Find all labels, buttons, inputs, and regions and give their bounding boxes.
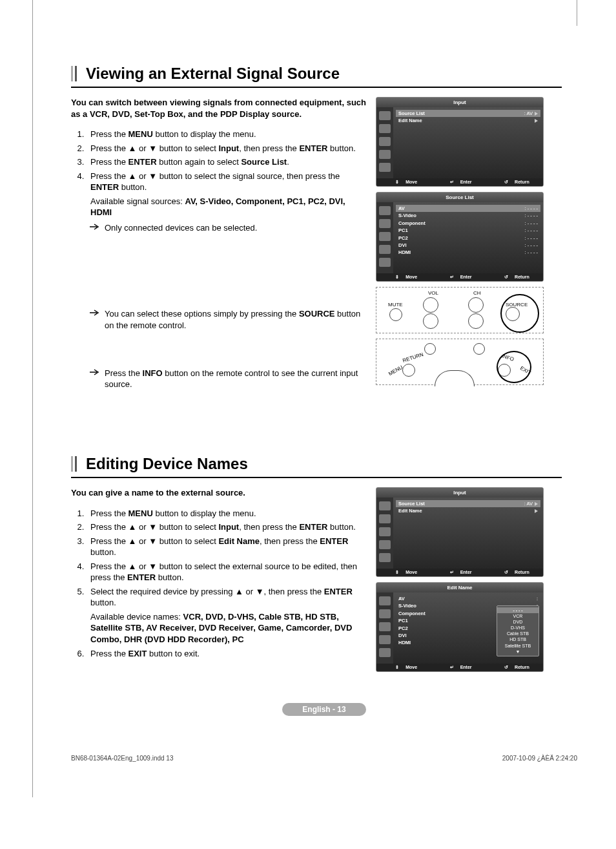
step: Press the MENU button to display the men… [87, 129, 368, 140]
footer-date: 2007-10-09 ¿ÀÈÄ 2:24:20 [502, 755, 577, 762]
title-ornament [71, 455, 77, 472]
section-divider [71, 87, 562, 88]
footer-file: BN68-01364A-02Eng_1009.indd 13 [71, 755, 173, 762]
section-title: Viewing an External Signal Source [86, 65, 340, 83]
note-arrow-icon [89, 223, 101, 231]
osd-input-menu: Input Source List: AV Edit Name ⇕ Move↵ … [376, 97, 544, 187]
note-arrow-icon [89, 309, 101, 317]
print-footer: BN68-01364A-02Eng_1009.indd 13 2007-10-0… [71, 755, 577, 762]
step: Press the ▲ or ▼ button to select the ex… [87, 561, 368, 583]
step: Select the required device by pressing ▲… [87, 586, 368, 645]
note-text: Press the INFO button on the remote cont… [105, 368, 368, 390]
step: Press the EXIT button to exit. [87, 648, 368, 660]
osd-source-list: Source List AV: - - - - S-Video: - - - -… [376, 192, 544, 282]
margin-line-right [577, 0, 577, 26]
page-number-pill: English - 13 [282, 703, 366, 716]
remote-info-area: RETURN INFO MENU EXIT [376, 339, 544, 385]
step: Press the ENTER button again to select S… [87, 156, 368, 168]
step: Press the MENU button to display the men… [87, 508, 368, 519]
remote-source-area: VOL CH MUTE SOURCE [376, 287, 544, 333]
section-title: Editing Device Names [86, 455, 248, 473]
note-arrow-icon [89, 368, 101, 376]
step: Press the ▲ or ▼ button to select the si… [87, 171, 368, 218]
section1-intro: You can switch between viewing signals f… [71, 97, 368, 120]
osd-input-menu-2: Input Source List: AV Edit Name ⇕ Move↵ … [376, 487, 544, 577]
section1-steps: Press the MENU button to display the men… [71, 129, 368, 218]
step: Press the ▲ or ▼ button to select Input,… [87, 143, 368, 154]
margin-line-left [32, 0, 33, 797]
section2-steps: Press the MENU button to display the men… [71, 508, 368, 660]
note-text: Only connected devices can be selected. [105, 222, 257, 234]
section2-intro: You can give a name to the external sour… [71, 487, 368, 499]
section-divider [71, 477, 562, 478]
step: Press the ▲ or ▼ button to select Input,… [87, 521, 368, 533]
device-name-popup: - - - - VCR DVD D-VHS Cable STB HD STB S… [497, 605, 539, 656]
note-text: You can select these options simply by p… [105, 308, 368, 331]
osd-edit-name: Edit Name AV: S-Video: Component: PC1: P… [376, 582, 544, 672]
step: Press the ▲ or ▼ button to select Edit N… [87, 536, 368, 558]
title-ornament [71, 65, 77, 81]
